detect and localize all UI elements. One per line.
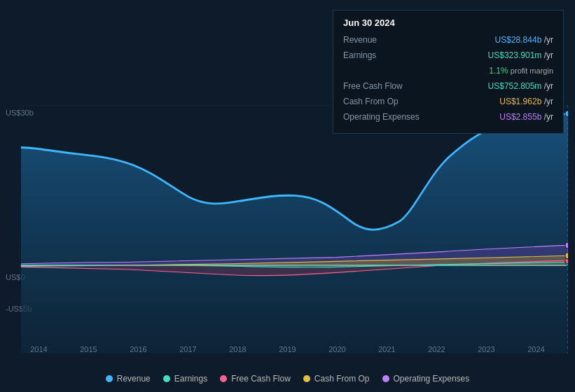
tooltip-row-opex: Operating Expenses US$2.855b /yr — [343, 111, 553, 123]
x-label-2014: 2014 — [30, 345, 47, 354]
x-label-2016: 2016 — [130, 345, 146, 354]
legend-earnings[interactable]: Earnings — [163, 374, 207, 384]
legend-dot-fcf — [220, 375, 227, 382]
margin-label — [343, 64, 427, 77]
fcf-value: US$752.805m /yr — [488, 80, 553, 92]
legend-label-opex: Operating Expenses — [394, 374, 470, 384]
cashop-label: Cash From Op — [343, 95, 427, 108]
legend-revenue[interactable]: Revenue — [106, 374, 151, 384]
tooltip-row-margin: 1.1% profit margin — [343, 64, 553, 77]
cashop-value: US$1.962b /yr — [499, 95, 553, 108]
legend-opex[interactable]: Operating Expenses — [382, 374, 470, 384]
earnings-value: US$323.901m /yr — [488, 49, 553, 62]
legend-label-revenue: Revenue — [117, 374, 151, 384]
legend-dot-earnings — [163, 375, 170, 382]
tooltip-row-cashop: Cash From Op US$1.962b /yr — [343, 95, 553, 108]
legend-label-cashop: Cash From Op — [314, 374, 370, 384]
chart-area — [21, 105, 568, 354]
x-axis: 2014 2015 2016 2017 2018 2019 2020 2021 … — [0, 345, 575, 354]
legend-cashop[interactable]: Cash From Op — [303, 374, 370, 384]
x-label-2018: 2018 — [229, 345, 246, 354]
legend-dot-revenue — [106, 375, 113, 382]
opex-label: Operating Expenses — [343, 111, 427, 123]
revenue-value: US$28.844b /yr — [495, 34, 553, 46]
legend-dot-cashop — [303, 375, 310, 382]
legend: Revenue Earnings Free Cash Flow Cash Fro… — [0, 374, 575, 384]
legend-label-earnings: Earnings — [174, 374, 207, 384]
x-label-2019: 2019 — [279, 345, 296, 354]
x-label-2015: 2015 — [80, 345, 97, 354]
tooltip-panel: Jun 30 2024 Revenue US$28.844b /yr Earni… — [333, 10, 564, 134]
margin-value: 1.1% profit margin — [489, 64, 553, 77]
opex-value: US$2.855b /yr — [499, 111, 553, 123]
x-label-2020: 2020 — [328, 345, 345, 354]
x-label-2021: 2021 — [378, 345, 395, 354]
tooltip-row-revenue: Revenue US$28.844b /yr — [343, 34, 553, 46]
legend-dot-opex — [382, 375, 389, 382]
revenue-label: Revenue — [343, 34, 427, 46]
chart-svg — [21, 105, 568, 354]
svg-point-8 — [565, 253, 568, 259]
svg-point-9 — [565, 242, 568, 248]
x-label-2017: 2017 — [179, 345, 196, 354]
tooltip-title: Jun 30 2024 — [343, 18, 553, 28]
x-label-2022: 2022 — [428, 345, 445, 354]
legend-label-fcf: Free Cash Flow — [231, 374, 291, 384]
earnings-label: Earnings — [343, 49, 427, 62]
legend-fcf[interactable]: Free Cash Flow — [220, 374, 291, 384]
svg-point-5 — [565, 111, 568, 117]
x-label-2023: 2023 — [478, 345, 494, 354]
tooltip-row-earnings: Earnings US$323.901m /yr — [343, 49, 553, 62]
fcf-label: Free Cash Flow — [343, 80, 427, 92]
tooltip-row-fcf: Free Cash Flow US$752.805m /yr — [343, 80, 553, 92]
x-label-2024: 2024 — [527, 345, 544, 354]
